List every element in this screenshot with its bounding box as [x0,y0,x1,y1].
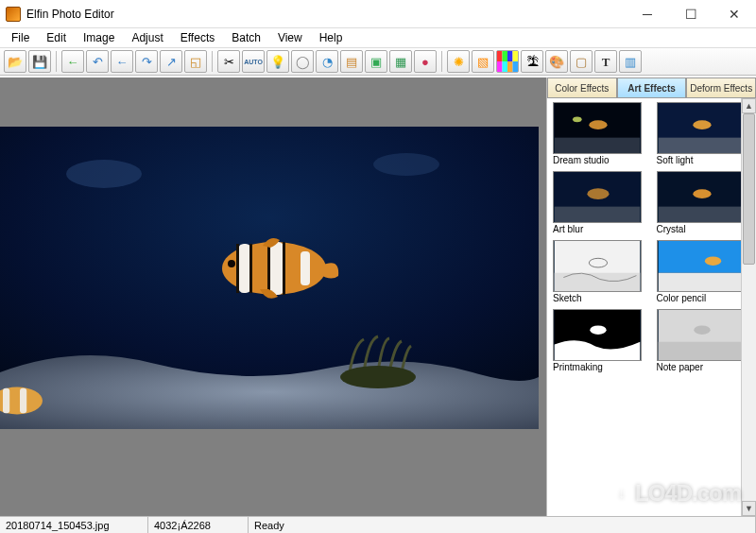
svg-rect-21 [20,388,26,413]
svg-rect-13 [301,251,310,285]
separator [212,51,213,72]
scroll-track[interactable] [742,113,756,501]
scroll-up-icon[interactable]: ▲ [742,98,756,113]
brightness-up-icon[interactable]: 💡 [266,50,289,73]
effect-soft-light[interactable]: Soft light [657,102,755,169]
svg-point-44 [590,325,606,335]
titlebar: Elfin Photo Editor ─ ☐ ✕ [0,0,756,28]
scene-icon[interactable]: 🏝 [521,50,543,73]
toolbar: 📂 💾 ← ↶ ← ↷ ↗ ◱ ✂ AUTO 💡 ◯ ◔ ▤ ▣ ▦ ● ✺ ▧… [0,47,756,76]
effects-grid: Dream studio Soft light Art blur Crystal [547,98,756,516]
menubar: File Edit Image Adjust Effects Batch Vie… [0,28,756,47]
svg-rect-1 [503,51,508,61]
svg-rect-20 [3,388,9,413]
svg-rect-12 [269,242,284,295]
menu-effects[interactable]: Effects [173,29,224,46]
effect-label: Sketch [553,292,651,307]
tab-art-effects[interactable]: Art Effects [617,77,687,98]
effect-label: Soft light [657,154,755,169]
svg-rect-6 [507,61,513,72]
separator [56,51,57,72]
crop-icon[interactable]: ✂ [217,50,240,73]
svg-rect-25 [555,138,641,153]
svg-point-42 [704,256,720,266]
effects-panel: Color Effects Art Effects Deform Effects… [546,77,756,516]
workspace: Color Effects Art Effects Deform Effects… [0,77,756,516]
colorsquares-icon[interactable]: ▧ [472,50,494,73]
undo-icon[interactable]: ← [61,50,84,73]
effect-note-paper[interactable]: Note paper [657,309,755,376]
effect-label: Color pencil [657,292,755,307]
menu-adjust[interactable]: Adjust [124,29,172,46]
effect-crystal[interactable]: Crystal [657,171,755,238]
menu-view[interactable]: View [270,29,312,46]
effect-label: Dream studio [553,154,651,169]
svg-rect-17 [283,242,285,295]
maximize-button[interactable]: ☐ [669,0,713,27]
app-icon [6,7,21,22]
scroll-down-icon[interactable]: ▼ [742,501,756,516]
auto-icon[interactable]: AUTO [242,50,265,73]
color-balance-icon[interactable]: ◔ [316,50,338,73]
menu-help[interactable]: Help [312,29,352,46]
svg-point-26 [589,120,607,129]
effect-printmaking[interactable]: Printmaking [553,309,651,376]
text-icon[interactable]: T [594,50,617,73]
effect-label: Note paper [657,361,755,376]
svg-point-22 [66,160,142,188]
svg-rect-46 [658,342,744,360]
svg-point-27 [573,116,582,122]
separator [441,51,442,72]
redo-alt-icon[interactable]: ↗ [160,50,182,73]
menu-image[interactable]: Image [76,29,124,46]
open-icon[interactable]: 📂 [4,50,26,73]
svg-point-30 [693,120,711,129]
tab-color-effects[interactable]: Color Effects [547,77,617,98]
menu-file[interactable]: File [4,29,39,46]
window-controls: ─ ☐ ✕ [626,0,756,27]
effect-label: Printmaking [553,361,651,376]
svg-rect-11 [238,244,251,293]
layers-icon[interactable]: ▦ [389,50,412,73]
main-image [0,127,539,429]
levels-icon[interactable]: ▤ [340,50,363,73]
svg-point-9 [340,366,416,388]
svg-point-33 [587,188,609,199]
svg-rect-32 [555,207,641,222]
brightness-down-icon[interactable]: ◯ [291,50,314,73]
rotate-cw-icon[interactable]: ↷ [135,50,158,73]
rotate-ccw-icon[interactable]: ↶ [86,50,109,73]
minimize-button[interactable]: ─ [626,0,669,27]
svg-rect-16 [267,242,270,295]
fit-icon[interactable]: ◱ [184,50,207,73]
close-button[interactable]: ✕ [713,0,756,27]
tab-deform-effects[interactable]: Deform Effects [686,77,756,98]
palette-icon[interactable]: 🎨 [545,50,568,73]
menu-batch[interactable]: Batch [224,29,270,46]
svg-rect-14 [236,244,239,293]
effects-icon[interactable]: ✺ [447,50,470,73]
frame-icon[interactable]: ▢ [570,50,593,73]
effect-art-blur[interactable]: Art blur [553,171,651,238]
sphere-icon[interactable]: ● [414,50,437,73]
effect-color-pencil[interactable]: Color pencil [657,240,755,307]
svg-rect-29 [658,138,744,153]
status-state: Ready [249,517,756,533]
svg-point-23 [373,153,439,176]
add-box-icon[interactable]: ▣ [365,50,387,73]
effect-sketch[interactable]: Sketch [553,240,651,307]
rainbow-icon[interactable] [496,50,519,73]
svg-rect-5 [503,61,508,72]
effects-scrollbar[interactable]: ▲ ▼ [741,98,756,516]
scroll-thumb[interactable] [743,113,755,265]
svg-rect-4 [497,61,503,72]
effect-label: Crystal [657,223,755,238]
panels-icon[interactable]: ▥ [619,50,642,73]
effect-dream-studio[interactable]: Dream studio [553,102,651,169]
svg-rect-2 [507,51,513,61]
effects-tabs: Color Effects Art Effects Deform Effects [547,77,756,98]
save-icon[interactable]: 💾 [28,50,51,73]
menu-edit[interactable]: Edit [39,29,76,46]
canvas-area[interactable] [0,77,546,516]
undo-alt-icon[interactable]: ← [111,50,133,73]
